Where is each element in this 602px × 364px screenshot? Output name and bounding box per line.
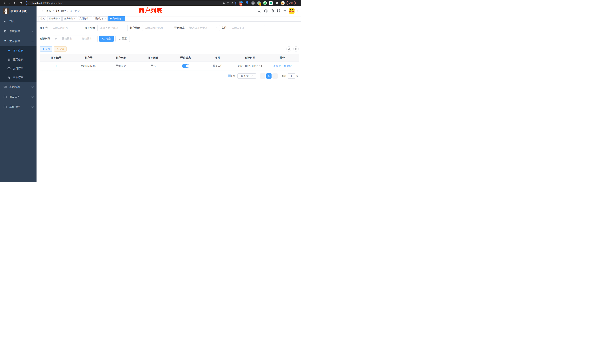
sidebar-item-refund-order[interactable]: 退款订单 [0, 73, 36, 82]
github-icon[interactable] [264, 9, 268, 13]
url-path: :1024/pay/merchant [42, 2, 63, 4]
calendar-icon [55, 37, 57, 40]
current-page-button[interactable]: 1 [266, 73, 271, 79]
fullscreen-icon[interactable] [277, 9, 280, 13]
goto-page-input[interactable] [288, 73, 295, 79]
close-icon[interactable]: × [89, 18, 90, 20]
delete-link[interactable]: 删除 [284, 64, 291, 68]
reset-button-label: 重置 [122, 37, 127, 40]
sidebar-item-label: 首页 [10, 20, 15, 23]
show-search-toggle-icon[interactable] [286, 46, 291, 52]
breadcrumb-item-current: 商户信息 [70, 9, 80, 13]
extension-y-green-icon[interactable]: Y [263, 1, 267, 5]
sidebar-item-merchant-info[interactable]: 商户信息 [0, 46, 36, 55]
close-icon[interactable]: × [74, 18, 75, 20]
sidebar-item-home[interactable]: 首页 [0, 16, 36, 26]
chevron-down-icon [216, 27, 218, 29]
avatar-caret-icon[interactable] [297, 11, 298, 11]
chrome-update-button[interactable]: 更新 [287, 1, 296, 5]
extension-command-icon[interactable]: ⌘ [251, 1, 255, 5]
page-unit-label: 页 [296, 74, 299, 78]
cell-full-name: 芋道源码 [105, 62, 137, 70]
sidebar-item-system[interactable]: 系统管理 [0, 26, 36, 36]
sidebar-item-pay[interactable]: ¥ 支付管理 [0, 36, 36, 46]
cell-merchant-no: M233666999 [72, 62, 105, 70]
column-header: 商户简称 [137, 54, 169, 62]
next-page-button[interactable]: › [272, 73, 278, 79]
bookmark-star-icon[interactable] [231, 2, 234, 4]
tab-refund-order[interactable]: 退款订单× [93, 16, 107, 21]
home-icon[interactable] [19, 0, 23, 5]
page-size-select[interactable]: 10条/页 [237, 73, 256, 79]
breadcrumb-item[interactable]: 首页 [46, 9, 51, 13]
column-header: 开启状态 [169, 54, 202, 62]
font-size-icon[interactable]: tT [284, 10, 286, 13]
extensions-puzzle-icon[interactable] [275, 1, 279, 5]
pay-submenu: 商户信息 应用信息 支付订单 退款订单 [0, 46, 36, 82]
status-toggle[interactable] [182, 64, 189, 68]
chevron-down-icon [32, 86, 33, 88]
column-header: 操作 [266, 54, 299, 62]
edit-link[interactable]: 修改 [273, 64, 281, 68]
extension-chat-icon[interactable] [269, 1, 273, 5]
merchant-no-input[interactable] [50, 25, 83, 31]
url-host: localhost [32, 2, 42, 4]
status-select[interactable]: 请选择开启状态 [187, 25, 220, 31]
tab-label: 支付订单 [79, 17, 88, 20]
tags-view: 首页 流程表单× 用户分组× 支付订单× 退款订单× 商户信息× [36, 16, 301, 21]
grid-icon [7, 58, 11, 61]
page-info-icon[interactable] [28, 2, 30, 4]
extension-balloon-icon[interactable] [245, 1, 249, 5]
close-icon[interactable]: × [122, 18, 123, 20]
sidebar-item-workflow[interactable]: 工作流程 [0, 102, 36, 112]
reload-icon[interactable] [13, 0, 18, 5]
help-icon[interactable] [271, 9, 274, 13]
sidebar-item-app-info[interactable]: 应用信息 [0, 55, 36, 64]
sidebar-item-infra[interactable]: 基础设施 [0, 82, 36, 92]
tab-merchant-info[interactable]: 商户信息× [108, 16, 125, 21]
breadcrumb-item[interactable]: 支付管理 [55, 9, 66, 13]
chevron-up-icon [32, 41, 33, 42]
logo-row[interactable]: 芋道管理系统 [0, 6, 36, 16]
password-key-icon[interactable] [222, 2, 225, 4]
chrome-menu-icon[interactable] [298, 1, 299, 4]
breadcrumb-separator: / [67, 10, 68, 12]
profile-avatar-emoji-icon[interactable] [281, 1, 285, 5]
refresh-table-icon[interactable] [293, 46, 299, 52]
search-button[interactable]: 搜索 [99, 36, 114, 42]
sidebar-item-pay-order[interactable]: 支付订单 [0, 64, 36, 73]
full-name-input[interactable] [97, 25, 128, 31]
remark-input[interactable] [229, 25, 265, 31]
date-start-placeholder: 开始日期 [58, 37, 75, 40]
close-icon[interactable]: × [59, 18, 60, 20]
url-bar[interactable]: localhost:1024/pay/merchant [26, 1, 236, 5]
user-avatar[interactable] [289, 8, 294, 14]
sidebar-fold-icon[interactable] [40, 10, 43, 12]
tab-process-form[interactable]: 流程表单× [47, 16, 62, 21]
extension-blue-diamond-icon[interactable]: 10 [239, 1, 243, 5]
short-name-input[interactable] [142, 25, 172, 31]
prev-page-button[interactable]: ‹ [260, 73, 265, 79]
tab-pay-order[interactable]: 支付订单× [78, 16, 92, 21]
close-icon[interactable]: × [105, 18, 106, 20]
export-button[interactable]: 导出 [54, 46, 66, 52]
chevron-down-icon [251, 75, 253, 76]
merchant-table: 商户编号 商户号 商户全称 商户简称 开启状态 备注 创建时间 操作 1 M23… [40, 54, 299, 70]
extension-profile-icon[interactable]: 1 [257, 1, 261, 5]
column-header: 商户全称 [105, 54, 137, 62]
chevron-down-icon [32, 106, 33, 108]
date-separator: - [76, 37, 77, 40]
back-icon[interactable] [2, 0, 7, 5]
share-icon[interactable] [227, 2, 229, 4]
forward-icon[interactable] [7, 0, 12, 5]
filter-label: 商户全称 [85, 26, 97, 30]
reset-button[interactable]: 重置 [116, 36, 130, 42]
cell-create-time: 2021-10-23 08:31:14 [234, 62, 266, 70]
tab-home[interactable]: 首页 [39, 16, 46, 21]
sidebar-item-dev-tools[interactable]: 研发工具 [0, 92, 36, 102]
add-button[interactable]: 新增 [40, 46, 52, 52]
cell-short-name: 芋艿 [137, 62, 169, 70]
search-icon[interactable] [258, 10, 261, 13]
create-time-daterange[interactable]: 开始日期 - 结束日期 [53, 36, 98, 42]
tab-user-group[interactable]: 用户分组× [63, 16, 77, 21]
